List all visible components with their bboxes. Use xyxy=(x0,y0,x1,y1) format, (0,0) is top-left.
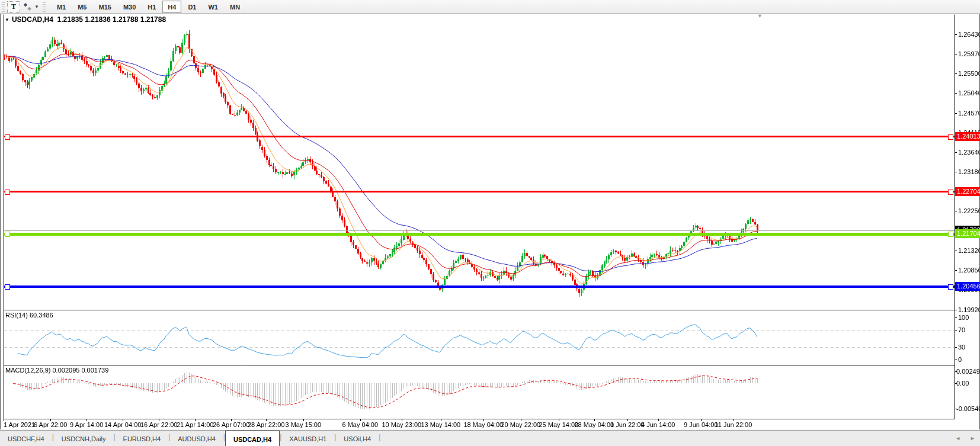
timeframe-button-h1[interactable]: H1 xyxy=(142,1,161,13)
line-drag-handle[interactable] xyxy=(948,232,953,237)
price-axis-tick: 1.25970 xyxy=(958,50,980,57)
macd-axis-tick: -0.005403 xyxy=(956,405,980,412)
price-axis-tick: 1.23640 xyxy=(958,149,980,156)
style-arrows-icon xyxy=(23,2,32,11)
macd-axis-tick: 0.00249 xyxy=(956,368,980,375)
macd-axis-tick: 0.00 xyxy=(956,380,969,387)
chart-tab-usdchf[interactable]: USDCHF,H4 xyxy=(0,431,52,445)
macd-main-value: 0.002095 xyxy=(52,367,79,374)
macd-title: MACD(12,26,9) xyxy=(5,367,50,374)
tab-scroll-right-icon[interactable]: ► xyxy=(970,435,975,441)
price-axis-tick: 1.24570 xyxy=(958,110,980,117)
date-axis-label: 1 Apr 2021 xyxy=(4,421,35,428)
date-axis-label: 13 May 14:00 xyxy=(421,421,461,428)
date-axis-label: 20 May 22:00 xyxy=(501,421,541,428)
date-axis-label: 11 Jun 22:00 xyxy=(715,421,752,428)
price-axis-tick: 1.19920 xyxy=(958,306,980,313)
price-axis-tick: 1.23180 xyxy=(958,168,980,175)
date-axis-label: 6 May 04:00 xyxy=(342,421,379,428)
date-axis-label: 14 Apr 04:00 xyxy=(104,421,141,428)
price-line-flag-1.22704: 1.22704 xyxy=(955,187,980,196)
timeframe-button-m15[interactable]: M15 xyxy=(93,1,116,13)
rsi-value: 60.3486 xyxy=(30,312,53,319)
timeframe-button-m5[interactable]: M5 xyxy=(72,1,92,13)
line-drag-handle[interactable] xyxy=(948,134,953,140)
chart-symbol-label: USDCAD,H4 xyxy=(12,15,53,24)
timeframe-button-w1[interactable]: W1 xyxy=(203,1,223,13)
text-tool-icon: T xyxy=(11,2,16,11)
style-tool-button[interactable] xyxy=(21,2,33,12)
date-axis-label: 18 May 04:00 xyxy=(464,421,504,428)
line-drag-handle[interactable] xyxy=(5,190,10,195)
line-drag-handle[interactable] xyxy=(948,284,953,290)
date-axis-label: 28 May 04:00 xyxy=(575,421,614,428)
timeframe-toolbar: M1M5M15M30H1H4D1W1MN xyxy=(51,1,246,13)
timeframe-button-mn[interactable]: MN xyxy=(225,1,245,13)
top-toolbar: T ▼ M1M5M15M30H1H4D1W1MN xyxy=(0,0,980,14)
line-drag-handle[interactable] xyxy=(5,284,10,290)
chart-window: ▼USDCAD,H4 1.21835 1.21836 1.21788 1.217… xyxy=(0,14,980,429)
timeframe-button-m30[interactable]: M30 xyxy=(118,1,141,13)
date-axis-label: 25 May 14:00 xyxy=(539,421,579,428)
rsi-axis-tick: 100 xyxy=(958,314,969,321)
date-axis-label: 1 Jun 22:00 xyxy=(610,421,645,428)
date-axis-label: 21 Apr 14:00 xyxy=(177,421,213,428)
chart-tab-xauusd[interactable]: XAUUSD,H1 xyxy=(281,431,334,445)
price-line-flag-1.21704: 1.21704 xyxy=(955,229,980,238)
rsi-title: RSI(14) xyxy=(5,312,28,319)
chart-tab-usdcnh[interactable]: USDCNH,Daily xyxy=(54,431,114,445)
rsi-axis-tick: 70 xyxy=(958,326,965,333)
rsi-label: RSI(14) 60.3486 xyxy=(5,312,53,319)
chart-ohlc-values: 1.21835 1.21836 1.21788 1.21788 xyxy=(57,15,166,24)
date-axis-label: 16 Apr 22:00 xyxy=(140,421,177,428)
chart-tab-eurusd[interactable]: EURUSD,H4 xyxy=(116,431,169,445)
rsi-axis-tick: 0 xyxy=(958,356,962,363)
price-line-flag-1.20456: 1.20456 xyxy=(955,282,980,291)
chart-tab-bar: USDCHF,H4|USDCNH,Daily|EURUSD,H4|AUDUSD,… xyxy=(0,430,980,446)
date-axis-label: 10 May 23:00 xyxy=(382,421,422,428)
price-axis-tick: 1.22250 xyxy=(958,207,980,214)
price-axis-tick: 1.25040 xyxy=(958,89,980,97)
macd-signal-value: 0.001739 xyxy=(81,367,108,374)
date-axis-label: 6 Apr 22:00 xyxy=(34,421,67,428)
chart-dropdown-icon[interactable]: ▼ xyxy=(5,17,9,23)
rsi-axis-tick: 30 xyxy=(958,344,965,351)
price-axis-tick: 1.25500 xyxy=(958,70,980,77)
date-axis-label: 3 May 15:00 xyxy=(286,421,322,428)
toolbar-grip[interactable] xyxy=(2,2,5,12)
price-chart-canvas[interactable] xyxy=(1,14,979,429)
line-drag-handle[interactable] xyxy=(5,134,10,140)
tab-separator: | xyxy=(379,433,380,441)
timeframe-button-d1[interactable]: D1 xyxy=(182,1,201,13)
chart-tab-usdcad[interactable]: USDCAD,H4 xyxy=(225,431,280,446)
chart-tab-audusd[interactable]: AUDUSD,H4 xyxy=(170,431,223,445)
dropdown-caret-icon[interactable]: ▼ xyxy=(34,4,39,9)
tab-scroll-left-icon[interactable]: ◄ xyxy=(955,435,960,441)
date-axis-label: 9 Apr 14:00 xyxy=(70,421,103,428)
date-axis-label: 26 Apr 07:00 xyxy=(213,421,249,428)
chart-tab-usoil[interactable]: USOil,H4 xyxy=(336,431,379,445)
line-drag-handle[interactable] xyxy=(948,190,953,195)
macd-label: MACD(12,26,9) 0.002095 0.001739 xyxy=(5,367,108,374)
timeframe-button-h4[interactable]: H4 xyxy=(162,1,181,13)
date-axis-label: 4 Jun 14:00 xyxy=(641,421,675,428)
chart-title: ▼USDCAD,H4 1.21835 1.21836 1.21788 1.217… xyxy=(5,15,166,24)
price-axis-tick: 1.21320 xyxy=(958,247,980,254)
price-line-flag-1.24013: 1.24013 xyxy=(955,132,980,141)
price-axis-tick: 1.20850 xyxy=(958,267,980,274)
timeframe-button-m1[interactable]: M1 xyxy=(52,1,71,13)
shift-marker-icon[interactable]: ▼ xyxy=(757,13,763,19)
line-drag-handle[interactable] xyxy=(5,232,10,237)
date-axis-label: 28 Apr 22:00 xyxy=(248,421,284,428)
price-axis-tick: 1.26430 xyxy=(958,31,980,38)
date-axis-label: 9 Jun 04:00 xyxy=(684,421,718,428)
toolbar-grip-2[interactable] xyxy=(43,2,46,12)
text-tool-button[interactable]: T xyxy=(7,1,20,13)
